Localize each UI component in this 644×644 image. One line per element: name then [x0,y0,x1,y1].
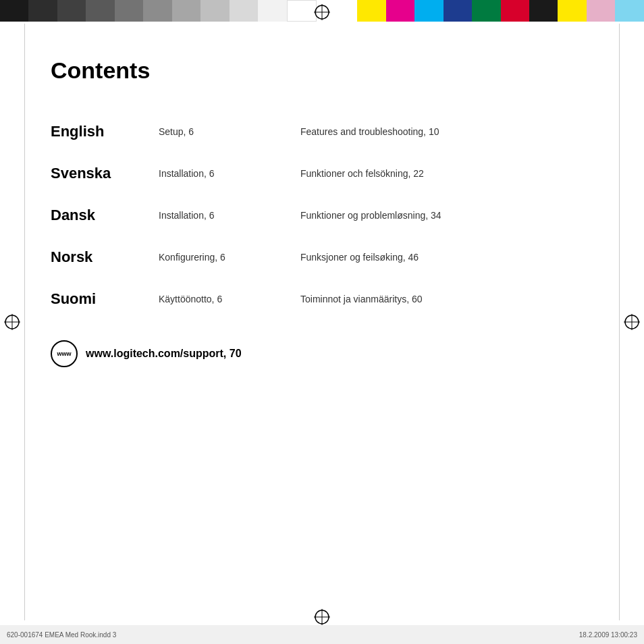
toc-lang-english: English [51,123,159,140]
toc-row-english: English Setup, 6 Features and troublesho… [51,111,593,153]
toc-row-suomi: Suomi Käyttöönotto, 6 Toiminnot ja vianm… [51,278,593,320]
page-title: Contents [51,57,593,84]
swatch-vlight2 [258,0,286,22]
toc-col2-english: Features and troubleshooting, 10 [300,126,593,137]
toc-lang-norsk: Norsk [51,248,159,266]
swatch-lightblue [615,0,643,22]
page-border-right [619,24,620,620]
reg-mark-top [313,3,331,22]
toc-col1-dansk: Installation, 6 [159,210,300,221]
swatch-red [501,0,529,22]
website-text: www.logitech.com/support, 70 [86,348,242,360]
toc-row-dansk: Dansk Installation, 6 Funktioner og prob… [51,194,593,236]
swatch-yellow [357,0,385,22]
swatch-dark1 [57,0,86,22]
toc-col1-english: Setup, 6 [159,126,300,137]
swatch-black3 [529,0,558,22]
swatch-light1 [172,0,200,22]
bottom-bar: 620-001674 EMEA Med Rook.indd 3 18.2.200… [0,625,644,644]
toc-col2-norsk: Funksjoner og feilsøking, 46 [300,252,593,263]
swatch-yellow2 [558,0,586,22]
website-row: www www.logitech.com/support, 70 [51,327,593,381]
toc-row-svenska: Svenska Installation, 6 Funktioner och f… [51,153,593,194]
toc-row-norsk: Norsk Konfigurering, 6 Funksjoner og fei… [51,236,593,278]
swatch-dark2 [86,0,114,22]
swatch-mid2 [143,0,171,22]
reg-mark-left [3,313,22,331]
toc-list: English Setup, 6 Features and troublesho… [51,111,593,320]
toc-col1-svenska: Installation, 6 [159,168,300,179]
swatch-black1 [0,0,28,22]
swatch-light2 [200,0,229,22]
www-icon: www [51,340,78,367]
toc-col1-norsk: Konfigurering, 6 [159,252,300,263]
page-border-left [24,24,25,620]
reg-mark-bottom [313,608,331,626]
toc-lang-suomi: Suomi [51,290,159,308]
swatch-magenta [386,0,414,22]
reg-mark-right [622,313,641,331]
toc-lang-dansk: Dansk [51,207,159,224]
bottom-right-label: 18.2.2009 13:00:23 [579,631,637,639]
toc-col2-svenska: Funktioner och felsökning, 22 [300,168,593,179]
swatch-mid1 [115,0,143,22]
toc-col1-suomi: Käyttöönotto, 6 [159,294,300,304]
toc-col2-suomi: Toiminnot ja vianmääritys, 60 [300,294,593,304]
swatch-green [472,0,500,22]
swatch-pink [587,0,615,22]
toc-col2-dansk: Funktioner og problemløsning, 34 [300,210,593,221]
bottom-left-label: 620-001674 EMEA Med Rook.indd 3 [7,631,116,639]
swatch-black2 [28,0,57,22]
swatch-vlight1 [230,0,258,22]
content-area: Contents English Setup, 6 Features and t… [51,57,593,381]
swatch-blue [444,0,472,22]
swatch-cyan [414,0,443,22]
toc-lang-svenska: Svenska [51,165,159,182]
